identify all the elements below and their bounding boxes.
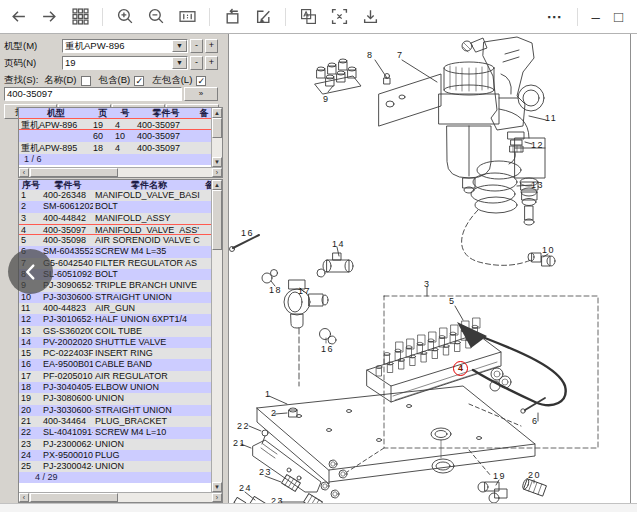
search-option-checkbox[interactable]: ✓ bbox=[196, 76, 206, 86]
table-row[interactable]: 15PC-022403F-0INSERT RING bbox=[19, 348, 211, 359]
page-combobox[interactable]: 19 ▼ bbox=[62, 56, 188, 70]
page-minus-button[interactable]: - bbox=[190, 56, 203, 70]
scroll-left-icon[interactable]: ‹ bbox=[19, 493, 29, 502]
search-go-button[interactable]: » bbox=[184, 87, 218, 101]
part-callout[interactable]: 17 bbox=[298, 286, 311, 296]
parts-vertical-scrollbar[interactable]: ▲ ▼ bbox=[211, 180, 222, 492]
part-callout[interactable]: 23 bbox=[259, 467, 272, 477]
table-row[interactable]: 重机APW-896194400-35097 bbox=[19, 118, 211, 130]
part-callout[interactable]: 11 bbox=[545, 113, 557, 123]
page-plus-button[interactable]: + bbox=[205, 56, 218, 70]
table-row[interactable]: 6SM-6043552-TSCREW M4 L=35 bbox=[19, 246, 211, 257]
part-callout[interactable]: 7 bbox=[397, 50, 404, 60]
column-header[interactable]: 序号 bbox=[19, 180, 41, 190]
diagram-canvas[interactable]: 8791112131016141817163541222212324236192… bbox=[229, 34, 630, 503]
scrollbar-thumb[interactable] bbox=[30, 168, 118, 177]
search-option-checkbox[interactable]: ✓ bbox=[134, 76, 144, 86]
search-input[interactable]: 400-35097 bbox=[4, 87, 182, 101]
column-header[interactable]: 零件号 bbox=[41, 180, 93, 190]
scroll-right-icon[interactable]: › bbox=[212, 168, 222, 177]
download-icon[interactable] bbox=[361, 8, 379, 26]
actual-size-icon[interactable] bbox=[178, 8, 196, 26]
table-row[interactable]: 16EA-9500B01-0CABLE BAND bbox=[19, 359, 211, 370]
column-header[interactable]: 备 bbox=[203, 180, 211, 190]
table-row[interactable]: 25PJ-2300042-0UNION bbox=[19, 461, 211, 472]
part-callout[interactable]: 6 bbox=[532, 416, 539, 426]
table-row[interactable]: 5400-35098AIR SORENOID VALVE C bbox=[19, 235, 211, 246]
part-callout[interactable]: 12 bbox=[531, 140, 544, 150]
table-row[interactable]: 14PV-2002020-0SHUTTLE VALVE bbox=[19, 337, 211, 348]
selected-part-callout[interactable]: 4 bbox=[453, 361, 468, 376]
parts-list-table[interactable]: 序号零件号零件名称备 1400-26348MANIFOLD_VALVE_BASI… bbox=[18, 179, 223, 503]
table-row[interactable]: 22SL-4041091-SSCREW M4 L=10 bbox=[19, 427, 211, 438]
part-callout[interactable]: 2 bbox=[271, 408, 278, 418]
part-callout[interactable]: 16 bbox=[321, 344, 334, 354]
translate-icon[interactable] bbox=[299, 8, 317, 26]
scroll-up-icon[interactable]: ▲ bbox=[212, 108, 222, 118]
scrollbar-thumb[interactable] bbox=[30, 493, 118, 502]
results-vertical-scrollbar[interactable]: ▲ ▼ bbox=[211, 108, 222, 167]
table-row[interactable]: 6010400-35097 bbox=[19, 130, 211, 142]
rotate-icon[interactable] bbox=[223, 8, 241, 26]
column-header[interactable]: 机型 bbox=[19, 108, 91, 118]
table-row[interactable]: 20PJ-3030600-0STRAIGHT UNION bbox=[19, 405, 211, 416]
table-row[interactable]: 10PJ-3030600-0STRAIGHT UNION bbox=[19, 292, 211, 303]
scrollbar-thumb[interactable] bbox=[212, 118, 222, 138]
table-row[interactable]: 24PX-9500010-0PLUG bbox=[19, 450, 211, 461]
table-row[interactable]: 19PJ-3080600-0UNION bbox=[19, 393, 211, 404]
column-header[interactable]: 备 bbox=[195, 108, 211, 118]
part-callout[interactable]: 9 bbox=[323, 94, 330, 104]
table-row[interactable]: 18PJ-3040405-0ELBOW UNION bbox=[19, 382, 211, 393]
part-callout[interactable]: 1 bbox=[265, 389, 272, 399]
part-callout[interactable]: 19 bbox=[493, 471, 506, 481]
model-minus-button[interactable]: - bbox=[190, 39, 203, 53]
search-results-table[interactable]: 机型页号零件号备 重机APW-896194400-350976010400-35… bbox=[18, 107, 223, 178]
part-callout[interactable]: 21 bbox=[233, 438, 246, 448]
minimize-button[interactable]: – bbox=[592, 8, 600, 26]
more-menu-button[interactable]: ⋯ bbox=[547, 8, 563, 26]
forward-icon[interactable] bbox=[40, 8, 58, 26]
edit-icon[interactable] bbox=[254, 8, 272, 26]
part-callout[interactable]: 14 bbox=[332, 239, 345, 249]
table-row[interactable]: 21400-34464PLUG_BRACKET bbox=[19, 416, 211, 427]
part-callout[interactable]: 5 bbox=[449, 296, 456, 306]
maximize-button[interactable]: □ bbox=[614, 8, 623, 26]
part-callout[interactable]: 13 bbox=[531, 180, 544, 190]
zoom-in-icon[interactable] bbox=[116, 8, 134, 26]
fit-screen-icon[interactable] bbox=[330, 8, 348, 26]
part-callout[interactable]: 3 bbox=[424, 279, 431, 289]
column-header[interactable]: 号 bbox=[113, 108, 135, 118]
table-row[interactable]: 4400-35097MANIFOLD_VALVE_ASS' bbox=[19, 224, 211, 235]
scroll-down-icon[interactable]: ▼ bbox=[212, 482, 222, 492]
table-row[interactable]: 17PF-0205010-CAIR REGULATOR bbox=[19, 371, 211, 382]
table-row[interactable]: 11400-44823AIR_GUN bbox=[19, 303, 211, 314]
column-header[interactable]: 零件名称 bbox=[93, 180, 203, 190]
table-row[interactable]: 12PJ-3010652-0HALF UNION 6XPT1/4 bbox=[19, 314, 211, 325]
page-dropdown-icon[interactable]: ▼ bbox=[172, 57, 187, 69]
table-row[interactable]: 1400-26348MANIFOLD_VALVE_BASI bbox=[19, 190, 211, 201]
part-callout[interactable]: 22 bbox=[237, 421, 250, 431]
results-horizontal-scrollbar[interactable]: ‹ › bbox=[19, 167, 222, 177]
table-row[interactable]: 2SM-6061202-TBOLT bbox=[19, 201, 211, 212]
part-callout[interactable]: 18 bbox=[269, 285, 282, 295]
back-icon[interactable] bbox=[9, 8, 27, 26]
model-dropdown-icon[interactable]: ▼ bbox=[172, 40, 187, 52]
column-header[interactable]: 零件号 bbox=[135, 108, 195, 118]
thumbnails-icon[interactable] bbox=[71, 8, 89, 26]
table-row[interactable]: 3400-44842MANIFOLD_ASSY bbox=[19, 213, 211, 224]
model-plus-button[interactable]: + bbox=[205, 39, 218, 53]
model-combobox[interactable]: 重机APW-896 ▼ bbox=[62, 39, 188, 53]
scroll-up-icon[interactable]: ▲ bbox=[212, 180, 222, 190]
table-row[interactable]: 重机APW-895184400-35097 bbox=[19, 142, 211, 154]
search-option-checkbox[interactable] bbox=[81, 76, 91, 86]
scroll-right-icon[interactable]: › bbox=[212, 493, 222, 502]
part-callout[interactable]: 10 bbox=[542, 245, 555, 255]
zoom-out-icon[interactable] bbox=[147, 8, 165, 26]
part-callout[interactable]: 8 bbox=[367, 50, 374, 60]
part-callout[interactable]: 16 bbox=[241, 228, 254, 238]
column-header[interactable]: 页 bbox=[91, 108, 113, 118]
part-callout[interactable]: 20 bbox=[528, 470, 541, 480]
scroll-left-icon[interactable]: ‹ bbox=[19, 168, 29, 177]
part-callout[interactable]: 24 bbox=[239, 483, 252, 493]
parts-horizontal-scrollbar[interactable]: ‹ › bbox=[19, 492, 222, 502]
